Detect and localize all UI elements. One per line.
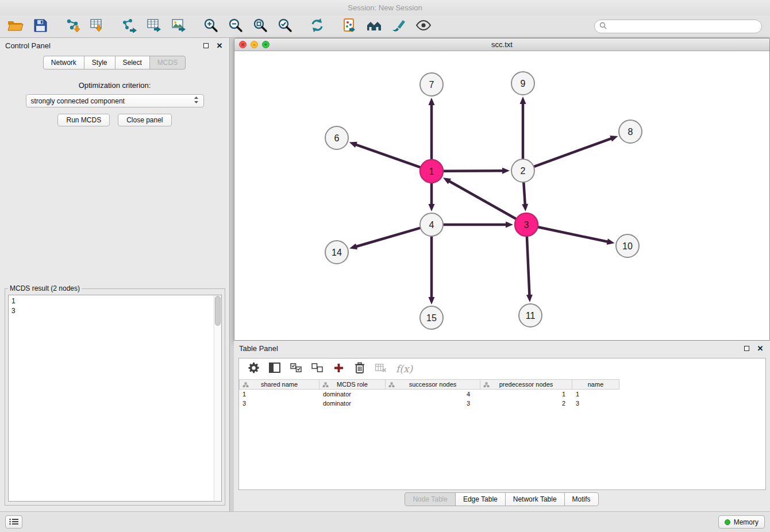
tab-motifs[interactable]: Motifs — [564, 492, 599, 506]
criterion-dropdown[interactable]: strongly connected component — [26, 94, 204, 107]
graph-edge-arrowhead — [522, 204, 528, 211]
graph-edge-arrowhead — [429, 204, 435, 211]
trash-icon — [355, 362, 365, 376]
table-header-row: shared name MCDS role successor nodes pr… — [239, 379, 765, 390]
float-table-panel-icon[interactable] — [742, 344, 751, 353]
import-network-button[interactable] — [63, 17, 82, 36]
column-header-shared-name[interactable]: shared name — [239, 379, 319, 390]
zoom-out-button[interactable] — [226, 17, 245, 36]
cell-shared-name[interactable]: 1 — [239, 391, 319, 398]
search-field[interactable] — [594, 20, 762, 33]
control-panel: Control Panel ✕ Network Style Select MCD… — [0, 38, 230, 511]
column-header-predecessor-nodes[interactable]: predecessor nodes — [480, 379, 572, 390]
network-graph[interactable]: 7968124314101511 — [234, 51, 769, 340]
graph-edge-1-2[interactable] — [444, 171, 503, 171]
zoom-selected-button[interactable] — [275, 17, 295, 36]
node-table-container: f(x) shared name MCDS role successor nod… — [238, 358, 766, 490]
mcds-result-title: MCDS result (2 nodes) — [8, 284, 82, 292]
graph-edge-2-3[interactable] — [523, 183, 525, 205]
graph-edge-arrowhead — [506, 222, 513, 228]
control-panel-header: Control Panel ✕ — [0, 38, 229, 53]
search-input[interactable] — [610, 22, 757, 30]
show-column-panel-button[interactable] — [268, 361, 281, 376]
style-brush-button[interactable] — [389, 17, 409, 36]
graph-edge-3-1[interactable] — [449, 181, 516, 219]
tab-mcds[interactable]: MCDS — [149, 56, 186, 70]
export-table-button[interactable] — [144, 17, 164, 36]
network-from-document-button[interactable] — [340, 17, 359, 36]
table-row[interactable]: 1 dominator 4 1 1 — [239, 390, 765, 399]
graph-edge-arrowhead — [607, 238, 615, 245]
column-header-name[interactable]: name — [572, 379, 619, 390]
memory-button[interactable]: Memory — [718, 515, 765, 529]
graph-node-label: 4 — [429, 220, 434, 230]
cell-mcds-role[interactable]: dominator — [319, 391, 386, 398]
task-history-button[interactable] — [5, 515, 22, 529]
delete-table-icon — [375, 363, 387, 375]
open-session-button[interactable] — [6, 17, 25, 36]
zoom-fit-button[interactable] — [251, 17, 270, 36]
graph-node-label: 2 — [521, 166, 526, 176]
search-icon — [599, 21, 607, 32]
tab-edge-table[interactable]: Edge Table — [455, 492, 506, 506]
cell-mcds-role[interactable]: dominator — [319, 400, 386, 407]
criterion-value: strongly connected component — [31, 97, 125, 105]
table-row[interactable]: 3 dominator 3 2 3 — [239, 399, 765, 408]
graph-edge-3-11[interactable] — [527, 237, 530, 296]
cell-predecessor-nodes[interactable]: 2 — [480, 400, 572, 407]
close-table-panel-icon[interactable]: ✕ — [756, 344, 765, 353]
show-graphics-button[interactable] — [414, 17, 433, 36]
unselect-all-columns-button[interactable] — [311, 361, 324, 376]
run-mcds-button[interactable]: Run MCDS — [57, 114, 110, 126]
cell-successor-nodes[interactable]: 3 — [386, 400, 480, 407]
save-session-button[interactable] — [30, 17, 50, 36]
maximize-window-button[interactable]: + — [262, 41, 270, 48]
tab-network[interactable]: Network — [43, 56, 84, 70]
graph-edge-3-10[interactable] — [538, 227, 609, 242]
tab-select[interactable]: Select — [115, 56, 150, 70]
column-header-successor-nodes[interactable]: successor nodes — [386, 379, 480, 390]
status-bar: Memory — [0, 511, 770, 532]
cell-name[interactable]: 1 — [572, 391, 619, 398]
refresh-icon — [310, 18, 325, 35]
import-table-button[interactable] — [87, 17, 107, 36]
column-header-mcds-role[interactable]: MCDS role — [319, 379, 386, 390]
zoom-in-icon — [203, 18, 218, 35]
graph-edge-arrowhead — [429, 297, 435, 304]
table-toolbar: f(x) — [239, 358, 765, 379]
graph-edge-4-14[interactable] — [356, 228, 420, 247]
minimize-window-button[interactable]: − — [251, 41, 258, 48]
graph-node-label: 14 — [332, 248, 342, 257]
cell-predecessor-nodes[interactable]: 1 — [480, 391, 572, 398]
zoom-in-button[interactable] — [201, 17, 221, 36]
close-panel-button[interactable]: Close panel — [118, 114, 171, 126]
graph-edge-1-6[interactable] — [355, 144, 420, 167]
select-all-columns-button[interactable] — [290, 361, 302, 376]
export-network-icon — [121, 18, 137, 35]
float-panel-icon[interactable] — [201, 41, 210, 50]
cell-shared-name[interactable]: 3 — [239, 400, 319, 407]
export-image-button[interactable] — [169, 17, 188, 36]
create-column-button[interactable] — [332, 361, 345, 376]
delete-column-button[interactable] — [353, 361, 366, 376]
table-settings-button[interactable] — [247, 361, 260, 376]
network-window-titlebar[interactable]: ✕ − + scc.txt — [234, 38, 769, 51]
graph-node-label: 3 — [524, 220, 529, 230]
cell-name[interactable]: 3 — [572, 400, 619, 407]
close-panel-icon[interactable]: ✕ — [215, 41, 224, 50]
graph-edge-2-8[interactable] — [534, 138, 612, 167]
graph-edge-arrowhead — [429, 98, 435, 105]
tab-network-table[interactable]: Network Table — [505, 492, 565, 506]
memory-status-icon — [725, 519, 730, 525]
apply-layout-button[interactable] — [307, 17, 327, 36]
tab-style[interactable]: Style — [84, 56, 116, 70]
main-toolbar — [0, 16, 770, 38]
close-window-button[interactable]: ✕ — [239, 41, 247, 48]
result-scrollbar-thumb[interactable] — [215, 296, 221, 326]
tab-node-table[interactable]: Node Table — [405, 492, 456, 506]
result-scrollbar[interactable] — [214, 295, 221, 501]
cell-successor-nodes[interactable]: 4 — [386, 391, 480, 398]
home-networks-button[interactable] — [364, 17, 384, 36]
export-network-button[interactable] — [120, 17, 139, 36]
export-image-icon — [171, 18, 186, 35]
